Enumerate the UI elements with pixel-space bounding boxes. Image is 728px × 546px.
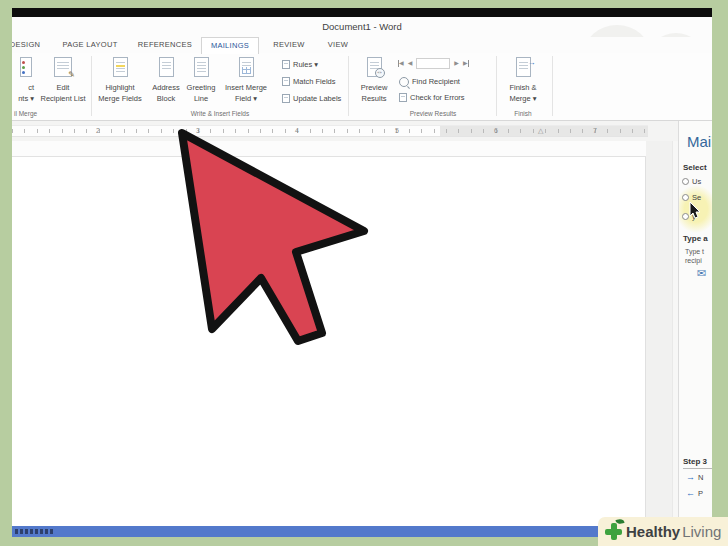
insert-merge-field-line2: Field ▾ [218,94,274,105]
status-text-smudge [15,529,53,534]
edit-recipient-list-line1: Edit [36,83,90,94]
wizard-previous-label: P [698,489,703,498]
first-record-button[interactable]: ◀ [398,58,404,69]
ruler-ticks [12,129,648,133]
update-labels-button[interactable]: Update Labels [282,93,341,104]
tab-review[interactable]: REVIEW [268,37,310,53]
healthy-living-watermark: Healthy Living [598,517,728,546]
type-new-list-heading: Type a [683,234,708,243]
preview-results-line1: Preview [352,83,396,94]
address-block-line2: Block [146,94,186,105]
pencil-icon: ✎ [68,71,75,79]
address-block-line1: Address [146,83,186,94]
ruler-row: 2 3 4 5 6 7 △ [12,121,712,141]
find-recipient-button[interactable]: Find Recipient [399,76,460,87]
ribbon: ct nts ▾ ✎ Edit Recipient List il Merge … [12,53,712,121]
ruler-number: 3 [193,127,203,134]
wizard-previous-link[interactable]: ← P [686,488,703,498]
find-recipient-icon [399,77,409,87]
tab-view[interactable]: VIEW [320,37,356,53]
healthy-living-plus-icon [605,523,622,540]
select-recipients-button[interactable]: ct nts ▾ [12,56,34,104]
tab-page-layout[interactable]: PAGE LAYOUT [58,37,122,53]
highlight-merge-fields-line2: Merge Fields [94,94,146,105]
radio-icon[interactable] [682,178,689,185]
tab-design[interactable]: DESIGN [12,37,44,53]
rules-icon [282,60,290,69]
previous-arrow-icon: ← [686,488,695,498]
record-navigator: ◀ ◀ ▶ ▶ [398,58,469,69]
logo-word-healthy: Healthy [626,523,680,540]
tab-references[interactable]: REFERENCES [136,37,194,53]
edit-recipient-list-line2: Recipient List [36,94,90,105]
select-recipients-heading: Select [683,163,707,172]
horizontal-ruler[interactable]: 2 3 4 5 6 7 △ [12,125,648,137]
window-top-strip [12,8,712,17]
next-arrow-icon: → [686,472,695,482]
group-separator [348,56,349,116]
match-fields-button[interactable]: Match Fields [282,76,336,87]
match-fields-label: Match Fields [293,77,336,86]
insert-merge-field-button[interactable]: Insert Merge Field ▾ [218,56,274,104]
group-label-write-insert-fields: Write & Insert Fields [160,110,280,117]
mouse-cursor-icon [689,201,703,219]
highlight-merge-fields-button[interactable]: Highlight Merge Fields [94,56,146,104]
task-pane-title: Mail [687,133,712,150]
preview-results-icon: «» [367,57,382,77]
ruler-number: 5 [392,127,402,134]
previous-record-button[interactable]: ◀ [408,58,413,69]
record-number-input[interactable] [416,58,450,69]
word-window: Document1 - Word DESIGN PAGE LAYOUT REFE… [12,8,712,537]
group-separator [496,56,497,116]
title-bar: Document1 - Word [12,17,712,37]
highlight-merge-fields-line1: Highlight [94,83,146,94]
document-page[interactable] [12,157,646,526]
ruler-number: 4 [292,127,302,134]
screenshot-stage: Document1 - Word DESIGN PAGE LAYOUT REFE… [0,0,728,546]
highlight-merge-fields-icon [113,57,128,77]
type-description-line1: Type t [685,248,704,255]
find-recipient-label: Find Recipient [412,77,460,86]
greeting-line-button[interactable]: Greeting Line [182,56,220,104]
update-labels-icon [282,94,290,103]
finish-merge-button[interactable]: → Finish & Merge ▾ [500,56,546,104]
last-record-button[interactable]: ▶ [463,58,469,69]
preview-results-line2: Results [352,94,396,105]
radio-icon[interactable] [682,213,689,220]
logo-word-living: Living [682,523,721,540]
address-block-button[interactable]: Address Block [146,56,186,104]
document-area [12,141,712,526]
address-block-icon [159,57,174,77]
group-label-preview-results: Preview Results [392,110,474,117]
match-fields-icon [282,77,290,86]
radio-icon[interactable] [682,194,689,201]
create-list-icon[interactable]: ✉ [697,268,706,279]
next-record-button[interactable]: ▶ [454,58,459,69]
select-recipients-label-line2: nts ▾ [12,94,34,105]
finish-merge-line2: Merge ▾ [500,94,546,105]
ribbon-tab-bar: DESIGN PAGE LAYOUT REFERENCES MAILINGS R… [12,37,712,54]
finish-merge-line1: Finish & [500,83,546,94]
greeting-line-icon [194,57,209,77]
insert-merge-field-line1: Insert Merge [218,83,274,94]
preview-results-button[interactable]: «» Preview Results [352,56,396,104]
tab-mailings[interactable]: MAILINGS [201,37,259,54]
greeting-line-line2: Line [182,94,220,105]
finish-merge-icon: → [516,57,531,77]
option-use-existing-list[interactable]: Us [682,177,701,186]
group-label-finish: Finish [500,110,546,117]
edit-recipient-list-icon: ✎ [54,57,72,77]
rules-button[interactable]: Rules ▾ [282,59,318,70]
right-indent-marker-icon[interactable]: △ [538,127,543,135]
select-recipients-icon [20,57,32,77]
wizard-next-link[interactable]: → N [686,472,703,482]
check-for-errors-button[interactable]: Check for Errors [399,92,465,103]
option-use-existing-list-label: Us [692,177,701,186]
wizard-step-label: Step 3 [683,457,712,469]
wizard-next-label: N [698,473,703,482]
group-separator [91,56,92,116]
edit-recipient-list-button[interactable]: ✎ Edit Recipient List [36,56,90,104]
ruler-number: 2 [93,127,103,134]
window-title: Document1 - Word [12,21,712,32]
group-label-mail-merge: il Merge [14,110,37,117]
